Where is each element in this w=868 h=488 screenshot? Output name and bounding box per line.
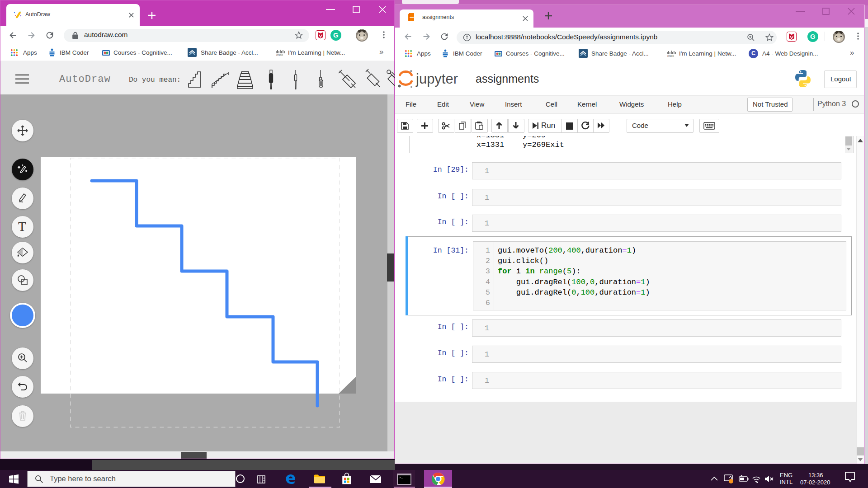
svg-text:cisco: cisco — [667, 54, 674, 57]
svg-text:cisco: cisco — [276, 53, 283, 56]
